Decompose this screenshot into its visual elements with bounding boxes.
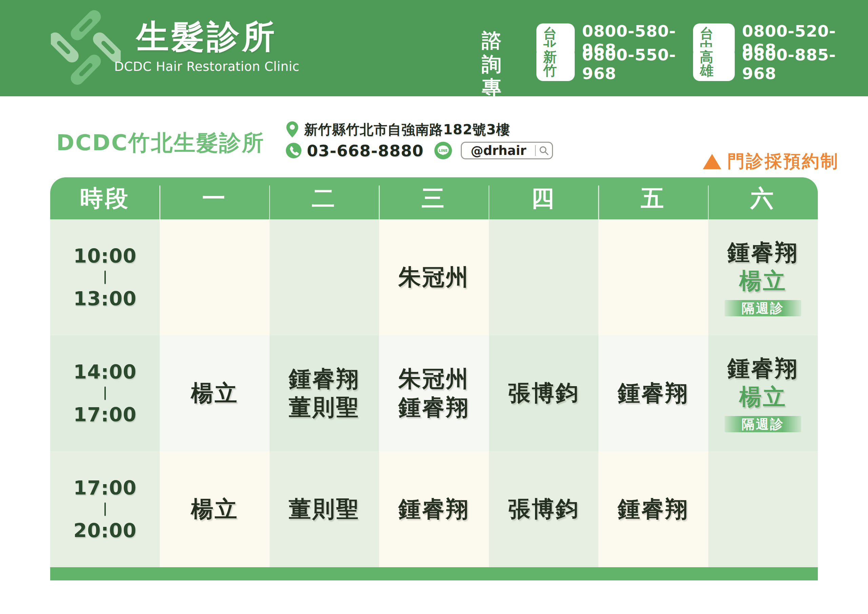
schedule-cell-mon-row2: 楊立 (160, 335, 269, 451)
clinic-schedule-poster: 生髮診所 DCDC Hair Restoration Clinic 諮詢 專線 … (0, 0, 868, 614)
schedule-row-1: 10:0013:00朱冠州鍾睿翔楊立隔週診 (50, 219, 818, 335)
doctor-name: 鍾睿翔 (398, 495, 470, 524)
doctor-name: 董則聖 (289, 495, 360, 524)
schedule-cell-fri-row2: 鍾睿翔 (598, 335, 708, 451)
hotline-block: 諮詢 專線 台北 0800-580-968 台中 0800-520-968 新竹… (482, 28, 868, 123)
schedule-cell-tue-row1 (270, 219, 379, 335)
line-id-text: @drhair (462, 143, 535, 158)
doctor-name: 楊立 (191, 379, 239, 408)
clinic-phone: 03-668-8880 (307, 141, 423, 160)
time-range-divider (104, 386, 106, 400)
column-header-fri: 五 (598, 177, 708, 219)
doctor-name: 楊立 (739, 267, 787, 295)
schedule-table: 時段一二三四五六 10:0013:00朱冠州鍾睿翔楊立隔週診14:0017:00… (50, 177, 818, 580)
time-range-divider (104, 271, 106, 284)
schedule-body: 10:0013:00朱冠州鍾睿翔楊立隔週診14:0017:00楊立鍾睿翔董則聖朱… (50, 219, 818, 567)
doctor-name: 朱冠州 (398, 263, 470, 291)
schedule-cell-tue-row3: 董則聖 (270, 451, 379, 567)
schedule-cell-mon-row1 (160, 219, 269, 335)
schedule-row-2: 14:0017:00楊立鍾睿翔董則聖朱冠州鍾睿翔張博鈞鍾睿翔鍾睿翔楊立隔週診 (50, 335, 818, 451)
brand-block: 生髮診所 DCDC Hair Restoration Clinic (112, 20, 302, 74)
search-divider (535, 145, 536, 156)
phone-line: 03-668-8880 LINE @drhair (286, 141, 553, 160)
schedule-row-3: 17:0020:00楊立董則聖鍾睿翔張博鈞鍾睿翔 (50, 451, 818, 567)
schedule-cell-wed-row1: 朱冠州 (379, 219, 488, 335)
column-header-wed: 三 (379, 177, 488, 219)
hotline-entry-hsinchu: 新竹 0800-550-968 (536, 52, 693, 76)
schedule-cell-wed-row3: 鍾睿翔 (379, 451, 488, 567)
doctor-name: 朱冠州 (398, 365, 470, 393)
doctor-name: 鍾睿翔 (398, 393, 470, 422)
location-pin-icon (286, 121, 299, 138)
biweekly-clinic-badge: 隔週診 (725, 300, 801, 316)
column-header-tue: 二 (270, 177, 379, 219)
schedule-header-row: 時段一二三四五六 (50, 177, 818, 219)
schedule-cell-tue-row2: 鍾睿翔董則聖 (270, 335, 379, 451)
schedule-cell-sat-row1: 鍾睿翔楊立隔週診 (708, 219, 818, 335)
schedule-cell-thu-row3: 張博鈞 (489, 451, 598, 567)
schedule-cell-fri-row3: 鍾睿翔 (598, 451, 708, 567)
city-badge-hsinchu: 新竹 (536, 47, 575, 81)
booking-note: 門診採預約制 (703, 150, 839, 173)
schedule-cell-thu-row2: 張博鈞 (489, 335, 598, 451)
line-search-box[interactable]: @drhair (461, 142, 553, 159)
column-header-thu: 四 (489, 177, 598, 219)
phone-icon (286, 143, 301, 158)
time-slot-cell-2: 14:0017:00 (50, 335, 160, 451)
biweekly-clinic-badge: 隔週診 (725, 416, 801, 432)
brand-subtitle: DCDC Hair Restoration Clinic (112, 59, 302, 74)
doctor-name: 董則聖 (289, 393, 360, 422)
hotline-number-hsinchu: 0800-550-968 (582, 45, 693, 83)
brand-title: 生髮診所 (112, 20, 302, 54)
hotline-grid: 台北 0800-580-968 台中 0800-520-968 新竹 0800-… (536, 28, 868, 123)
column-header-mon: 一 (160, 177, 269, 219)
time-end: 13:00 (73, 287, 136, 310)
hotline-labels: 諮詢 專線 (482, 28, 524, 123)
address-line: 新竹縣竹北市自強南路182號3樓 (286, 121, 510, 138)
doctor-name: 鍾睿翔 (618, 495, 689, 524)
doctor-name: 楊立 (191, 495, 239, 524)
schedule-cell-wed-row2: 朱冠州鍾睿翔 (379, 335, 488, 451)
time-start: 17:00 (73, 477, 136, 499)
clinic-name: DCDC竹北生髮診所 (56, 128, 265, 158)
time-slot-cell-3: 17:0020:00 (50, 451, 160, 567)
time-slot-cell-1: 10:0013:00 (50, 219, 160, 335)
schedule-cell-mon-row3: 楊立 (160, 451, 269, 567)
doctor-name: 鍾睿翔 (727, 238, 798, 267)
schedule-cell-sat-row2: 鍾睿翔楊立隔週診 (708, 335, 818, 451)
search-icon[interactable] (539, 146, 549, 156)
hotline-entry-kaohsiung: 高雄 0800-885-968 (693, 52, 868, 76)
doctor-name: 張博鈞 (508, 379, 579, 408)
clinic-address: 新竹縣竹北市自強南路182號3樓 (304, 120, 510, 139)
schedule-cell-sat-row3 (708, 451, 818, 567)
time-start: 14:00 (73, 361, 136, 383)
schedule-footer-bar (50, 567, 818, 580)
doctor-name: 楊立 (739, 383, 787, 411)
svg-text:LINE: LINE (439, 149, 448, 153)
column-header-time: 時段 (50, 177, 160, 219)
hotline-number-kaohsiung: 0800-885-968 (742, 45, 868, 83)
doctor-name: 鍾睿翔 (289, 365, 360, 393)
top-banner: 生髮診所 DCDC Hair Restoration Clinic 諮詢 專線 … (0, 0, 868, 96)
booking-note-text: 門診採預約制 (727, 150, 839, 173)
dcdc-logo-icon (51, 10, 121, 85)
city-badge-kaohsiung: 高雄 (693, 47, 735, 81)
time-range-divider (104, 502, 106, 516)
schedule-cell-thu-row1 (489, 219, 598, 335)
hotline-label-line2: 專線 (482, 76, 524, 123)
doctor-name: 鍾睿翔 (727, 354, 798, 383)
column-header-sat: 六 (708, 177, 818, 219)
time-end: 17:00 (73, 403, 136, 426)
warning-triangle-icon (703, 154, 721, 169)
doctor-name: 鍾睿翔 (618, 379, 689, 408)
schedule-cell-fri-row1 (598, 219, 708, 335)
time-start: 10:00 (73, 245, 136, 267)
line-app-icon: LINE (434, 142, 452, 159)
time-end: 20:00 (73, 519, 136, 542)
hotline-label-line1: 諮詢 (482, 28, 524, 76)
doctor-name: 張博鈞 (508, 495, 579, 524)
